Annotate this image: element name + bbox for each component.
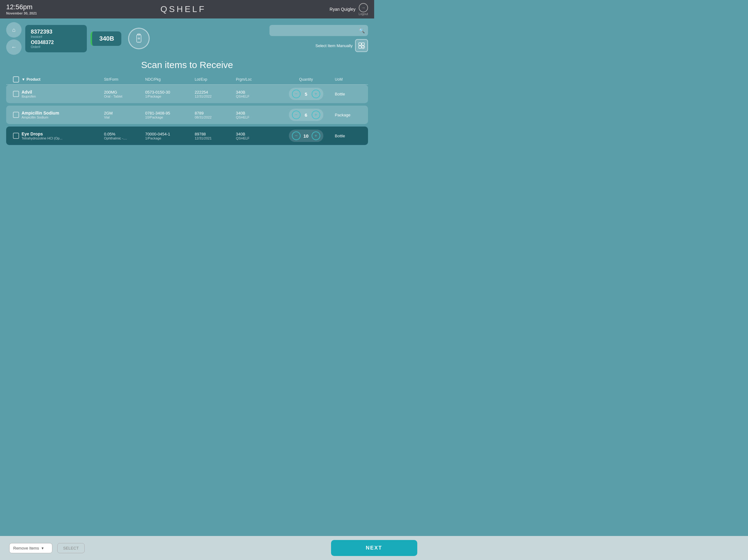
- row3-checkbox[interactable]: [13, 133, 19, 139]
- table-row: Advil Ibuprofen 200MG Oral - Tablet 0573…: [6, 85, 368, 103]
- row2-lot-exp: 8789 08/31/2022: [195, 111, 236, 119]
- order-label: Order#: [31, 45, 81, 49]
- row2-quantity-control: − 6 +: [277, 109, 335, 121]
- program-card: 340B: [91, 31, 121, 46]
- col-prgmloc-header: Prgm/Loc: [236, 77, 277, 81]
- username-label: Ryan Quigley: [329, 7, 355, 12]
- row2-checkbox[interactable]: [13, 112, 19, 118]
- svg-rect-3: [362, 43, 364, 45]
- row3-prgm-loc: 340B QSHELF: [236, 132, 277, 140]
- col-strform-header: Str/Form: [104, 77, 145, 81]
- row3-str-form: 0.05% Ophthalmic -....: [104, 132, 145, 140]
- order-number: O0348372: [31, 40, 81, 45]
- col-quantity-header: Quantity: [277, 77, 335, 81]
- svg-rect-4: [359, 46, 361, 48]
- select-manual-button[interactable]: [355, 39, 368, 52]
- row3-qty-value: 10: [303, 133, 309, 139]
- row2-uom: Package: [335, 113, 364, 117]
- header-checkbox-cell: [10, 76, 22, 83]
- row1-qty-increase[interactable]: +: [312, 90, 320, 98]
- header: 12:56pm November 30, 2021 QSHELF Ryan Qu…: [0, 0, 374, 19]
- manual-select-icon: [358, 42, 365, 49]
- logout-label[interactable]: Logout: [358, 12, 368, 16]
- row1-checkbox-cell: [10, 91, 22, 97]
- search-input[interactable]: [270, 25, 368, 36]
- row1-qty-value: 5: [303, 91, 309, 97]
- header-checkbox[interactable]: [13, 76, 19, 83]
- row3-product: Eye Drops Tetrahydrozoline HCl (Op...: [22, 132, 104, 140]
- current-time: 12:56pm: [6, 3, 37, 11]
- invoice-label: Invoice#: [31, 35, 81, 39]
- invoice-number: 8372393: [31, 29, 81, 35]
- row1-qty-decrease[interactable]: −: [292, 90, 301, 98]
- row1-quantity-control: − 5 +: [277, 88, 335, 100]
- row2-qty-increase[interactable]: +: [312, 111, 320, 119]
- row2-checkbox-cell: [10, 112, 22, 118]
- row2-qty-control: − 6 +: [289, 109, 323, 121]
- scan-icon-circle: [128, 28, 150, 49]
- row2-ndc-pkg: 0781-3408-95 10/Package: [145, 111, 195, 119]
- svg-rect-2: [359, 43, 361, 45]
- row3-qty-decrease[interactable]: −: [292, 132, 301, 140]
- row3-lot-exp: 89788 12/31/2021: [195, 132, 236, 140]
- scan-bottle-icon: [133, 33, 144, 44]
- app-logo: QSHELF: [160, 4, 206, 14]
- search-icon-button[interactable]: 🔍: [359, 28, 365, 33]
- col-ndcpkg-header: NDC/Pkg: [145, 77, 195, 81]
- row2-product: Ampicillin Sodium Ampicillin Sodium: [22, 111, 104, 119]
- col-product-header: ▼ Product: [22, 77, 104, 81]
- header-user-area: Ryan Quigley → Logout: [329, 3, 368, 16]
- row1-product: Advil Ibuprofen: [22, 90, 104, 98]
- top-bar: ⌂ ← 8372393 Invoice# O0348372 Order# 340…: [6, 22, 368, 55]
- search-wrapper: 🔍: [270, 25, 368, 36]
- nav-buttons: ⌂ ←: [6, 22, 22, 55]
- row2-prgm-loc: 340B QSHELF: [236, 111, 277, 119]
- invoice-card: 8372393 Invoice# O0348372 Order#: [25, 25, 87, 52]
- home-button[interactable]: ⌂: [6, 22, 22, 38]
- col-lotexp-header: Lot/Exp: [195, 77, 236, 81]
- svg-point-5: [361, 46, 365, 49]
- row1-lot-exp: 222254 12/31/2022: [195, 90, 236, 98]
- row3-qty-increase[interactable]: +: [312, 132, 320, 140]
- row2-qty-decrease[interactable]: −: [292, 111, 301, 119]
- row3-checkbox-cell: [10, 133, 22, 139]
- row1-str-form: 200MG Oral - Tablet: [104, 90, 145, 98]
- table-header: ▼ Product Str/Form NDC/Pkg Lot/Exp Prgm/…: [6, 74, 368, 85]
- program-name: 340B: [99, 35, 114, 42]
- table-container: ▼ Product Str/Form NDC/Pkg Lot/Exp Prgm/…: [6, 74, 368, 280]
- row3-ndc-pkg: 70000-0454-1 1/Package: [145, 132, 195, 140]
- logout-icon[interactable]: →: [359, 3, 368, 12]
- current-date: November 30, 2021: [6, 11, 37, 16]
- search-area: 🔍 Select Item Manually: [157, 25, 368, 52]
- select-manual-label: Select Item Manually: [315, 43, 353, 48]
- back-button[interactable]: ←: [6, 40, 22, 55]
- page-title: Scan items to Receive: [6, 60, 368, 70]
- row1-checkbox[interactable]: [13, 91, 19, 97]
- row1-prgm-loc: 340B QSHELF: [236, 90, 277, 98]
- row1-ndc-pkg: 0573-0150-30 1/Package: [145, 90, 195, 98]
- row3-qty-control: − 10 +: [289, 130, 323, 142]
- main-content: ⌂ ← 8372393 Invoice# O0348372 Order# 340…: [0, 19, 374, 280]
- select-manual-area: Select Item Manually: [315, 39, 368, 52]
- row1-qty-control: − 5 +: [289, 88, 323, 100]
- table-row: Ampicillin Sodium Ampicillin Sodium 2GM …: [6, 106, 368, 124]
- row2-str-form: 2GM Vial: [104, 111, 145, 119]
- table-row: Eye Drops Tetrahydrozoline HCl (Op... 0.…: [6, 126, 368, 145]
- row3-quantity-control: − 10 +: [277, 130, 335, 142]
- header-time: 12:56pm November 30, 2021: [6, 3, 37, 16]
- col-uom-header: UoM: [335, 77, 364, 81]
- row3-uom: Bottle: [335, 134, 364, 138]
- row2-qty-value: 6: [303, 112, 309, 118]
- logout-area[interactable]: → Logout: [358, 3, 368, 16]
- row1-uom: Bottle: [335, 92, 364, 96]
